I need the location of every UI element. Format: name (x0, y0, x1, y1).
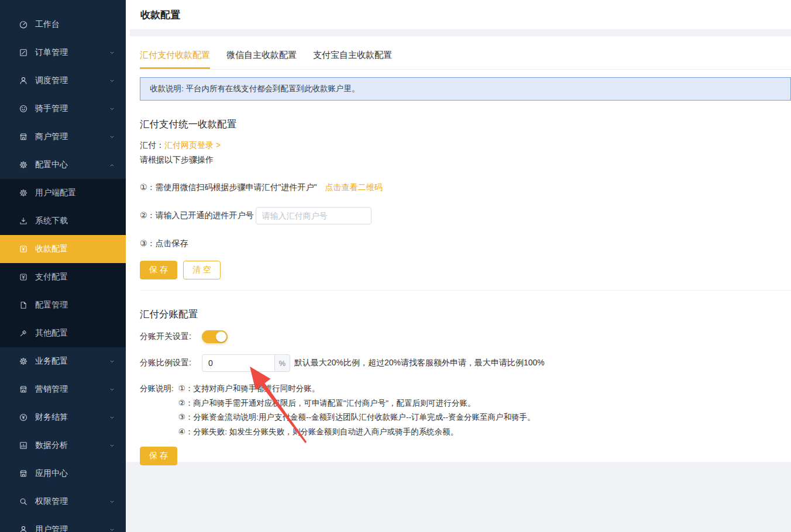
split-description-list: ①：支持对商户和骑手都进行同时分账。 ②：商户和骑手需开通对应权限后，可申请配置… (178, 382, 535, 439)
sidebar-item-data-analysis[interactable]: 数据分析 (0, 431, 126, 460)
save-button[interactable]: 保 存 (140, 261, 177, 279)
percent-unit-suffix: % (275, 354, 290, 372)
sidebar-item-business-config[interactable]: 业务配置 (0, 347, 126, 375)
user-icon (19, 76, 28, 85)
ratio-hint-text: 默认最大20%比例，超过20%请找客服额外申请，最大申请比例100% (294, 358, 545, 368)
split-switch-row: 分账开关设置: (140, 330, 791, 343)
chevron-down-icon (109, 134, 115, 140)
sidebar-item-label: 应用中心 (35, 468, 109, 479)
chevron-down-icon (109, 50, 115, 56)
rocket-icon (19, 329, 28, 338)
section-title-unified-collection: 汇付支付统一收款配置 (140, 118, 791, 131)
sidebar-item-label: 系统下载 (35, 216, 115, 226)
sidebar-item-app-center[interactable]: 应用中心 (0, 460, 126, 488)
smile-icon (19, 104, 28, 113)
sidebar-item-label: 配置中心 (35, 160, 109, 170)
sidebar-item-user-client-config[interactable]: 用户端配置 (0, 179, 126, 207)
clear-button[interactable]: 清 空 (183, 261, 221, 279)
sidebar-item-riders[interactable]: 骑手管理 (0, 95, 126, 123)
sidebar: 工作台 订单管理 调度管理 骑手管理 商户管理 配置中心 (0, 0, 126, 532)
save-split-button[interactable]: 保 存 (140, 447, 177, 465)
huifu-merchant-id-input[interactable] (256, 207, 372, 224)
search-icon (19, 497, 28, 506)
sidebar-item-label: 调度管理 (35, 75, 109, 86)
sidebar-item-label: 用户管理 (35, 524, 109, 532)
file-icon (19, 300, 28, 310)
sidebar-item-label: 骑手管理 (35, 103, 109, 114)
step2-line: ②：请输入已开通的进件开户号 (140, 207, 791, 224)
page-header: 收款配置 (126, 0, 791, 29)
config-center-submenu: 用户端配置 系统下载 收款配置 支付配置 配置管理 其他配置 (0, 179, 126, 347)
chevron-down-icon (109, 527, 115, 532)
user-icon (19, 525, 28, 532)
sidebar-item-config-center[interactable]: 配置中心 (0, 151, 126, 179)
sidebar-item-permissions[interactable]: 权限管理 (0, 488, 126, 516)
sidebar-item-other-config[interactable]: 其他配置 (0, 319, 126, 347)
chevron-down-icon (109, 443, 115, 449)
sidebar-item-label: 支付配置 (35, 272, 115, 282)
sidebar-item-merchants[interactable]: 商户管理 (0, 123, 126, 151)
sidebar-item-config-manage[interactable]: 配置管理 (0, 291, 126, 319)
sidebar-item-label: 业务配置 (35, 356, 109, 367)
chevron-down-icon (109, 358, 115, 365)
section-title-split-account: 汇付分账配置 (140, 308, 791, 321)
sidebar-item-user-manage[interactable]: 用户管理 (0, 516, 126, 532)
chevron-down-icon (109, 386, 115, 393)
list-item: ②：商户和骑手需开通对应权限后，可申请配置"汇付商户号"，配置后则可进行分账。 (178, 396, 535, 411)
sidebar-item-label: 财务结算 (35, 412, 109, 423)
sidebar-item-finance[interactable]: 财务结算 (0, 403, 126, 431)
sidebar-nav: 工作台 订单管理 调度管理 骑手管理 商户管理 配置中心 (0, 0, 126, 532)
ratio-input[interactable] (202, 354, 275, 372)
sidebar-item-label: 权限管理 (35, 496, 109, 507)
tab-huifu-collection[interactable]: 汇付支付收款配置 (140, 50, 210, 69)
sidebar-item-label: 营销管理 (35, 384, 109, 395)
split-switch-toggle[interactable] (202, 330, 228, 343)
huifu-label: 汇付： (140, 140, 164, 150)
chevron-down-icon (109, 414, 115, 421)
sidebar-item-collection-config[interactable]: 收款配置 (0, 235, 126, 263)
list-item: ③：分账资金流动说明:用户支付金额--金额到达团队汇付收款账户--订单完成--资… (178, 410, 535, 425)
chevron-down-icon (109, 106, 115, 112)
huifu-login-line: 汇付：汇付网页登录 > (140, 140, 791, 151)
download-icon (19, 216, 28, 226)
sidebar-item-label: 工作台 (35, 19, 109, 30)
view-qrcode-link[interactable]: 点击查看二维码 (325, 182, 383, 192)
banner-text: 收款说明: 平台内所有在线支付都会到配置到此收款账户里。 (150, 84, 360, 94)
list-item: ④：分账失败: 如发生分账失败，则分账金额则自动进入商户或骑手的系统余额。 (178, 425, 535, 440)
sidebar-item-dispatch[interactable]: 调度管理 (0, 67, 126, 95)
shop-icon (19, 469, 28, 478)
pay-icon (19, 244, 28, 254)
collection-info-banner: 收款说明: 平台内所有在线支付都会到配置到此收款账户里。 (140, 77, 791, 101)
step3-line: ③：点击保存 (140, 239, 791, 249)
split-description-label: 分账说明: (140, 382, 174, 439)
sidebar-item-marketing[interactable]: 营销管理 (0, 375, 126, 403)
chart-icon (19, 441, 28, 450)
sidebar-item-system-download[interactable]: 系统下载 (0, 207, 126, 235)
huifu-login-link[interactable]: 汇付网页登录 > (164, 140, 221, 150)
content-card: 汇付支付收款配置 微信自主收款配置 支付宝自主收款配置 收款说明: 平台内所有在… (130, 36, 791, 462)
main-area: 收款配置 汇付支付收款配置 微信自主收款配置 支付宝自主收款配置 收款说明: 平… (126, 0, 791, 532)
shop-icon (19, 385, 28, 394)
tab-bar: 汇付支付收款配置 微信自主收款配置 支付宝自主收款配置 (140, 36, 791, 70)
chevron-down-icon (109, 499, 115, 505)
step1-text: ①：需使用微信扫码根据步骤申请汇付"进件开户" (140, 182, 317, 192)
section-divider (140, 290, 791, 291)
gauge-icon (19, 20, 28, 29)
chevron-up-icon (109, 162, 115, 168)
section1-button-row: 保 存 清 空 (140, 261, 791, 279)
sidebar-item-label: 其他配置 (35, 328, 115, 338)
sidebar-item-label: 订单管理 (35, 47, 109, 58)
steps-intro-text: 请根据以下步骤操作 (140, 155, 791, 165)
content-gutter (126, 0, 130, 462)
sidebar-item-orders[interactable]: 订单管理 (0, 39, 126, 67)
page-title: 收款配置 (140, 8, 180, 22)
step1-line: ①：需使用微信扫码根据步骤申请汇付"进件开户"点击查看二维码 (140, 182, 791, 193)
sidebar-item-payment-config[interactable]: 支付配置 (0, 263, 126, 291)
tab-alipay-collection[interactable]: 支付宝自主收款配置 (313, 50, 392, 69)
coin-icon (19, 413, 28, 422)
sidebar-item-label: 配置管理 (35, 300, 115, 310)
gear-icon (19, 357, 28, 366)
list-item: ①：支持对商户和骑手都进行同时分账。 (178, 382, 535, 396)
tab-wechat-collection[interactable]: 微信自主收款配置 (226, 50, 297, 69)
sidebar-item-workbench[interactable]: 工作台 (0, 11, 126, 39)
